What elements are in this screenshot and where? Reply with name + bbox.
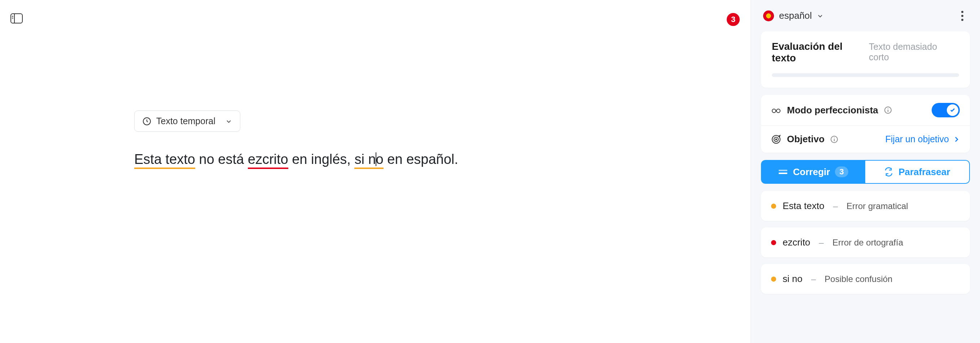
panel-toggle-icon[interactable] [10,13,23,24]
svg-rect-17 [779,170,788,171]
evaluation-subtitle: Texto demasiado corto [869,41,959,62]
issue-term: si no [783,273,802,284]
svg-point-15 [834,137,835,138]
set-objective-link[interactable]: Fijar un objetivo [886,134,960,144]
set-objective-label: Fijar un objetivo [886,134,949,144]
document-type-label: Texto temporal [156,116,215,126]
issue-item[interactable]: Esta texto – Error gramatical [761,191,970,221]
editor-wrap: Texto temporal Esta texto no está ezcrit… [134,110,640,170]
issue-separator: – [833,201,838,211]
flag-icon [763,11,774,21]
error-span-grammar[interactable]: Esta texto [134,152,195,169]
error-count-value: 3 [731,15,735,24]
issue-item[interactable]: ezcrito – Error de ortografía [761,228,970,257]
issue-dot-icon [771,204,776,209]
toggle-knob [947,104,958,116]
error-span-spelling[interactable]: ezcrito [248,152,288,169]
text-segment: en inglés, [288,152,355,167]
svg-point-9 [888,108,888,109]
issues-list: Esta texto – Error gramatical ezcrito – … [761,191,970,294]
more-menu-icon[interactable] [957,11,968,21]
issue-type: Error de ortografía [832,238,903,248]
tab-correct[interactable]: Corregir 3 [761,160,865,184]
objective-label: Objetivo [787,134,824,145]
error-count-badge[interactable]: 3 [727,13,740,26]
issue-separator: – [811,274,816,284]
tab-paraphrase-label: Parafrasear [899,166,950,178]
evaluation-card: Evaluación del texto Texto demasiado cor… [761,32,970,88]
language-selector[interactable]: español [763,10,823,21]
objective-row: Objetivo Fijar un objetivo [761,125,970,153]
perfectionist-toggle[interactable] [932,103,960,117]
tab-paraphrase[interactable]: Parafrasear [865,160,970,184]
info-icon[interactable] [830,136,838,144]
paraphrase-icon [884,167,893,177]
evaluation-progress-bar [772,73,959,77]
document-type-dropdown[interactable]: Texto temporal [134,110,240,132]
action-tabs: Corregir 3 Parafrasear [761,160,970,184]
evaluation-title: Evaluación del texto [772,41,869,64]
settings-card: Modo perfeccionista [761,95,970,153]
correct-icon [778,168,788,175]
issue-term: Esta texto [783,200,824,212]
issue-item[interactable]: si no – Posible confusión [761,264,970,294]
chevron-right-icon [953,136,960,143]
issue-type: Error gramatical [846,201,908,211]
svg-point-5 [772,109,776,113]
sidebar-top: español [761,10,970,24]
issue-separator: – [819,238,824,248]
chevron-down-icon [226,118,232,124]
tab-correct-label: Corregir [793,166,830,178]
clock-icon [143,117,151,126]
svg-rect-16 [779,172,788,174]
text-segment: en español. [383,152,458,167]
svg-point-12 [776,139,777,140]
perfectionist-row: Modo perfeccionista [761,95,970,125]
perfectionist-label: Modo perfeccionista [787,105,878,116]
sidebar: español Evaluación del texto Texto demas… [751,0,980,343]
glasses-icon [771,105,781,115]
target-icon [771,134,781,144]
issue-dot-icon [771,240,776,245]
error-span-confusion[interactable]: si no [354,152,383,169]
check-icon [950,107,956,113]
issue-term: ezcrito [783,237,810,248]
language-label: español [779,10,812,21]
text-segment: no está [195,152,248,167]
editor-pane: 3 Texto temporal Esta texto no está ezcr… [0,0,751,343]
issue-type: Posible confusión [824,274,892,284]
editor-textarea[interactable]: Esta texto no está ezcrito en inglés, si… [134,149,640,170]
tab-correct-count: 3 [835,166,848,177]
svg-point-6 [776,109,780,113]
chevron-down-icon [817,13,823,19]
info-icon[interactable] [884,106,892,114]
issue-dot-icon [771,276,776,282]
